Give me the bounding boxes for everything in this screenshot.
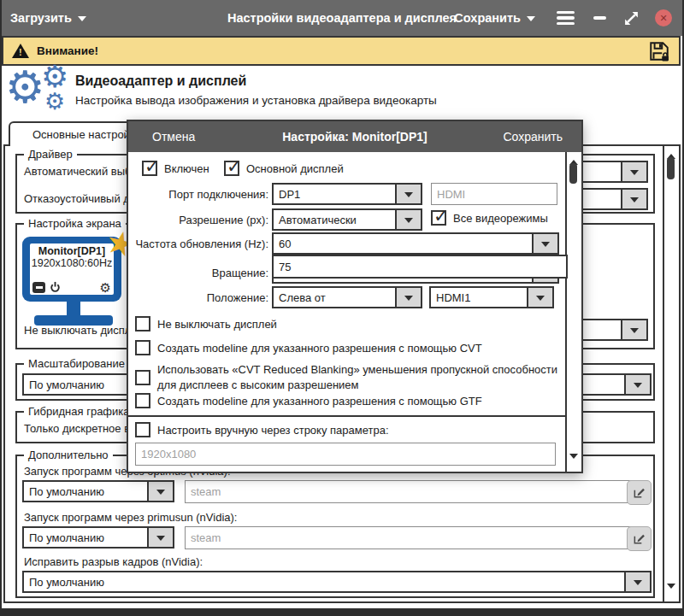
primary-checkbox[interactable] [224,161,239,176]
minimize-button[interactable] [593,16,606,20]
edit-pencil-icon [633,486,646,499]
scrollbar-down-icon[interactable] [667,584,675,593]
dropdown-arrow-icon [527,288,552,307]
optimus-value: По умолчанию [24,482,147,501]
warning-text: Внимание! [37,44,98,57]
position-value: Слева от [274,288,395,307]
menu-button[interactable] [557,9,575,28]
save-locked-button[interactable] [648,40,670,62]
manual-checkbox-label: Настроить вручную через строку параметра… [157,424,389,437]
gtf-checkbox[interactable] [135,393,150,408]
tearing-select[interactable]: По умолчанию [22,571,652,593]
dialog-cancel-button[interactable]: Отмена [152,130,195,144]
resolution-select[interactable]: Автоматически [272,208,422,231]
primus-value: По умолчанию [24,528,147,547]
gear-medium-icon: ⚙ [41,62,68,92]
dialog-save-button[interactable]: Сохранить [503,130,563,144]
primus-label: Запуск программ через primusun (nVidia): [24,511,237,524]
cvt-rb-checkbox[interactable] [135,370,150,385]
dropdown-arrow-icon [147,528,173,547]
group-driver-title: Драйвер [24,148,77,161]
group-extra: Дополнительно Запуск программ через opti… [15,455,655,598]
save-menu-label: Сохранить [454,11,521,25]
all-modes-checkbox-row[interactable]: Все видеорежимы [431,210,548,226]
close-icon: ✕ [655,9,672,26]
position-select[interactable]: Слева от [272,286,422,308]
monitor-name: Monitor[DP1] [30,243,114,257]
keep-on-checkbox[interactable] [135,316,150,331]
dropdown-arrow-icon [624,375,650,394]
primus-input[interactable] [185,526,631,549]
optimus-input[interactable] [185,480,631,503]
section-divider [128,415,567,417]
menu-icon [557,11,575,15]
tearing-value: По умолчанию [24,572,624,591]
monitor-settings-dialog: Отмена Настройка: Monitor[DP1] Сохранить… [127,120,583,473]
close-button[interactable]: ✕ [655,9,672,26]
position-target-select[interactable]: HDMI1 [429,286,554,308]
gear-small-icon: ⚙ [44,91,65,114]
refresh-label: Частота обновления (Hz): [132,238,268,250]
enabled-checkbox-row[interactable]: Включен [142,161,209,176]
primus-select[interactable]: По умолчанию [22,526,174,549]
cvt-checkbox-label: Создать modeline для указанного разрешен… [157,342,482,355]
port-name-input[interactable] [431,183,557,205]
display-off-icon[interactable] [32,282,45,293]
resolution-label: Разрешение (px): [132,214,268,226]
refresh-combobox[interactable]: 60 [272,232,559,255]
cvt-checkbox-row[interactable]: Создать modeline для указанного разрешен… [135,340,482,355]
primus-edit-button[interactable] [627,526,652,551]
manual-mode-input[interactable] [135,443,556,466]
expand-icon [623,10,640,26]
dropdown-arrow-icon [621,320,646,339]
power-icon[interactable] [49,281,62,294]
dialog-scrollbar-thumb[interactable] [569,163,577,184]
cvt-checkbox[interactable] [135,340,150,355]
module-gears-icon: ⚙ ⚙ ⚙ [5,68,74,118]
group-hybrid-title: Гибридная графика [24,405,134,418]
enabled-checkbox[interactable] [142,161,157,176]
keep-on-checkbox-label: Не выключать дисплей [157,318,277,331]
gtf-checkbox-row[interactable]: Создать modeline для указанного разрешен… [135,393,482,408]
warning-bar: Внимание! [2,36,681,66]
monitor-widget[interactable]: ★ Monitor[DP1] 1920x1080:60Hz ⚙ [22,237,125,326]
main-scrollbar[interactable] [663,146,679,601]
port-select[interactable]: DP1 [272,183,422,205]
load-button[interactable]: Загрузить [10,11,86,26]
app-window: Загрузить Настройки видеоадаптера и дисп… [0,0,684,616]
dropdown-arrow-icon [624,572,650,591]
monitor-settings-icon[interactable]: ⚙ [100,281,111,294]
load-button-label: Загрузить [10,11,72,25]
resolution-value: Автоматически [274,210,395,229]
primary-checkbox-row[interactable]: Основной дисплей [224,161,344,176]
manual-checkbox-row[interactable]: Настроить вручную через строку параметра… [135,422,389,437]
dialog-scrollbar-down-icon[interactable] [569,454,578,463]
port-value: DP1 [274,185,395,203]
maximize-button[interactable] [623,10,640,26]
optimus-select[interactable]: По умолчанию [22,480,174,502]
scrollbar-thumb[interactable] [667,157,675,179]
edit-pencil-icon [633,532,646,545]
cvt-rb-checkbox-row[interactable]: Использовать «CVT Reduced Blanking» умен… [135,362,563,392]
save-menu-button[interactable]: Сохранить [454,11,535,26]
load-caret-icon [78,16,86,26]
window-border-left [0,0,2,616]
dropdown-arrow-icon [395,288,421,307]
titlebar: Загрузить Настройки видеоадаптера и дисп… [0,0,684,36]
page-title: Видеоадаптер и дисплей [75,73,246,89]
refresh-option-list: 75 [272,255,568,279]
refresh-option-75[interactable]: 75 [279,261,291,273]
window-border-bottom [0,608,684,616]
optimus-edit-button[interactable] [627,480,652,505]
all-modes-label: Все видеорежимы [453,212,548,225]
gear-large-icon: ⚙ [5,65,45,109]
tab-label: Основные настройки [32,128,141,141]
position-target-value: HDMI1 [431,288,527,307]
warning-icon [12,44,29,58]
manual-checkbox[interactable] [135,422,150,437]
dropdown-arrow-icon [621,190,646,208]
page-subtitle: Настройка вывода изображения и установка… [75,94,437,107]
all-modes-checkbox[interactable] [431,210,446,226]
dialog-scrollbar[interactable] [565,152,581,472]
keep-on-checkbox-row[interactable]: Не выключать дисплей [135,316,277,331]
